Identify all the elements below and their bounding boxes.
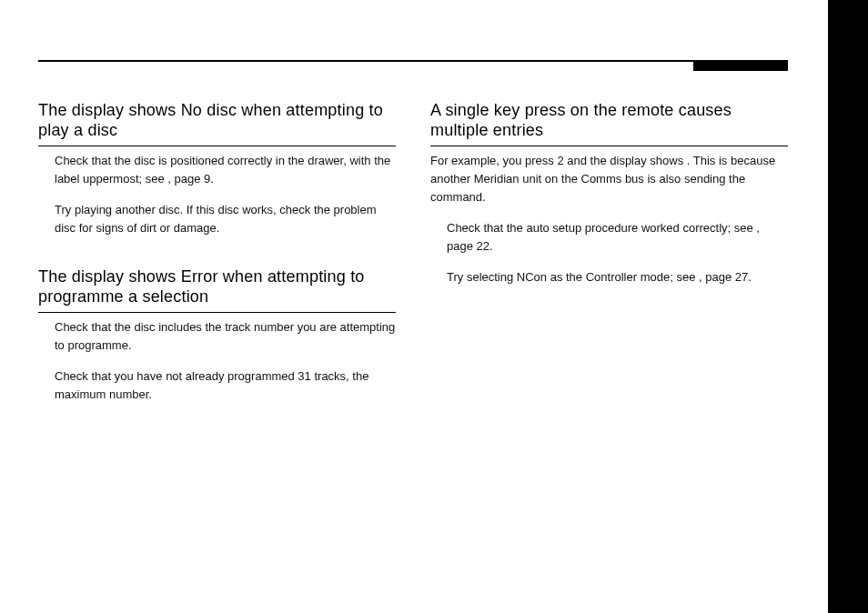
page: The display shows No disc when attemptin… [0,0,868,613]
spacer [38,250,396,266]
right-margin-bar [828,0,868,613]
right-column: A single key press on the remote causes … [430,100,788,417]
section-heading-no-disc: The display shows No disc when attemptin… [38,100,396,146]
bullet-text: Check that the disc is positioned correc… [55,152,396,188]
content-area: The display shows No disc when attemptin… [38,60,788,417]
two-column-layout: The display shows No disc when attemptin… [38,60,788,417]
bullet-text: Try playing another disc. If this disc w… [55,201,396,237]
left-column: The display shows No disc when attemptin… [38,100,396,417]
intro-paragraph: For example, you press 2 and the display… [430,152,788,206]
bullet-text: Check that the auto setup procedure work… [447,219,788,256]
bullet-text: Try selecting NCon as the Controller mod… [447,268,788,286]
bullet-text: Check that the disc includes the track n… [55,318,396,355]
bullet-text: Check that you have not already programm… [55,367,396,404]
section-heading-error: The display shows Error when attempting … [38,266,396,313]
section-heading-remote-multiple: A single key press on the remote causes … [430,100,788,146]
